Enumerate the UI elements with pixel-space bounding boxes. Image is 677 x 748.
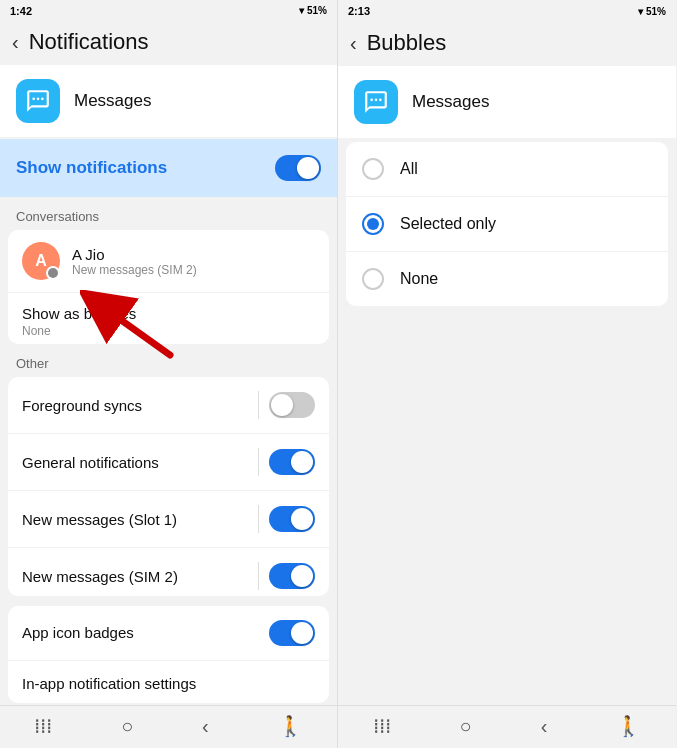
- conversations-card: A A Jio New messages (SIM 2) Show as bub…: [8, 230, 329, 344]
- home-button[interactable]: ○: [121, 715, 133, 738]
- status-battery-right: ▾ 51%: [638, 6, 666, 17]
- show-notifications-toggle[interactable]: [275, 155, 321, 181]
- accessibility-button-right[interactable]: 🚶: [616, 714, 641, 738]
- page-title-left: Notifications: [29, 29, 149, 55]
- status-time-left: 1:42: [10, 5, 32, 17]
- svg-point-0: [32, 98, 35, 101]
- app-icon-badges-toggle[interactable]: [269, 620, 315, 646]
- foreground-syncs-toggle-group: [258, 391, 315, 419]
- bubble-option-selected[interactable]: Selected only: [346, 196, 668, 251]
- toggle-knob: [291, 508, 313, 530]
- new-messages-slot1-toggle-group: [258, 505, 315, 533]
- radio-inner-selected: [367, 218, 379, 230]
- show-notifications-row[interactable]: Show notifications: [0, 139, 337, 197]
- foreground-syncs-row[interactable]: Foreground syncs: [8, 377, 329, 433]
- inapp-notifications-row[interactable]: In-app notification settings: [8, 660, 329, 703]
- recent-apps-button-right[interactable]: ⁞⁞⁞: [373, 714, 391, 738]
- other-section-label: Other: [0, 346, 337, 375]
- general-notifications-label: General notifications: [22, 454, 159, 471]
- foreground-syncs-toggle[interactable]: [269, 392, 315, 418]
- back-nav-button[interactable]: ‹: [202, 715, 209, 738]
- bubble-option-none[interactable]: None: [346, 251, 668, 306]
- page-title-right: Bubbles: [367, 30, 447, 56]
- toggle-knob: [291, 565, 313, 587]
- toggle-knob: [271, 394, 293, 416]
- new-messages-sim2-toggle[interactable]: [269, 563, 315, 589]
- radio-all[interactable]: [362, 158, 384, 180]
- back-nav-button-right[interactable]: ‹: [541, 715, 548, 738]
- nav-bar-left: ‹ Notifications: [0, 21, 337, 65]
- foreground-syncs-label: Foreground syncs: [22, 397, 142, 414]
- messages-icon-right: [363, 89, 389, 115]
- app-name-left: Messages: [74, 91, 151, 111]
- status-bar-left: 1:42 ▾ 51%: [0, 0, 337, 21]
- messages-app-icon-right: [354, 80, 398, 124]
- show-as-bubbles-label: Show as bubbles: [22, 305, 315, 322]
- new-messages-sim2-label: New messages (SIM 2): [22, 568, 178, 585]
- general-notifications-toggle[interactable]: [269, 449, 315, 475]
- nav-bar-right: ‹ Bubbles: [338, 22, 676, 66]
- back-button-right[interactable]: ‹: [350, 32, 357, 55]
- badges-card: App icon badges In-app notification sett…: [8, 606, 329, 703]
- other-toggles-card: Foreground syncs General notifications N…: [8, 377, 329, 596]
- svg-point-6: [375, 99, 378, 102]
- bubbles-options-card: All Selected only None: [346, 142, 668, 306]
- app-icon-badges-row[interactable]: App icon badges: [8, 606, 329, 660]
- conversation-subtitle: New messages (SIM 2): [72, 263, 197, 277]
- radio-none[interactable]: [362, 268, 384, 290]
- general-notifications-toggle-group: [258, 448, 315, 476]
- toggle-knob: [291, 622, 313, 644]
- bubble-option-all[interactable]: All: [346, 142, 668, 196]
- avatar-badge: [46, 266, 60, 280]
- toggle-divider: [258, 391, 259, 419]
- back-button-left[interactable]: ‹: [12, 31, 19, 54]
- new-messages-sim2-row[interactable]: New messages (SIM 2): [8, 547, 329, 596]
- avatar: A: [22, 242, 60, 280]
- status-time-right: 2:13: [348, 5, 370, 17]
- svg-point-7: [379, 99, 382, 102]
- show-as-bubbles-sub: None: [22, 324, 315, 338]
- app-name-right: Messages: [412, 92, 489, 112]
- recent-apps-button[interactable]: ⁞⁞⁞: [34, 714, 52, 738]
- app-header-right: Messages: [338, 66, 676, 138]
- toggle-knob: [297, 157, 319, 179]
- status-bar-right: 2:13 ▾ 51%: [338, 0, 676, 22]
- status-battery-left: ▾ 51%: [299, 5, 327, 16]
- bubble-option-none-label: None: [400, 270, 438, 288]
- accessibility-button[interactable]: 🚶: [278, 714, 303, 738]
- radio-selected[interactable]: [362, 213, 384, 235]
- show-as-bubbles-row[interactable]: Show as bubbles None: [8, 292, 329, 344]
- bubble-option-all-label: All: [400, 160, 418, 178]
- right-panel: 2:13 ▾ 51% ‹ Bubbles Messages All: [338, 0, 676, 748]
- conversation-name: A Jio: [72, 246, 197, 263]
- toggle-divider: [258, 448, 259, 476]
- wifi-icon: ▾: [299, 5, 304, 16]
- app-header-left: Messages: [0, 65, 337, 137]
- toggle-divider: [258, 505, 259, 533]
- messages-icon: [25, 88, 51, 114]
- new-messages-sim2-toggle-group: [258, 562, 315, 590]
- show-notifications-label: Show notifications: [16, 158, 167, 178]
- app-icon-badges-label: App icon badges: [22, 624, 134, 641]
- new-messages-slot1-toggle[interactable]: [269, 506, 315, 532]
- left-panel: 1:42 ▾ 51% ‹ Notifications Messages Show…: [0, 0, 338, 748]
- new-messages-slot1-label: New messages (Slot 1): [22, 511, 177, 528]
- messages-app-icon: [16, 79, 60, 123]
- bubble-option-selected-label: Selected only: [400, 215, 496, 233]
- svg-point-1: [37, 98, 40, 101]
- toggle-knob: [291, 451, 313, 473]
- svg-point-2: [41, 98, 44, 101]
- bottom-nav-left: ⁞⁞⁞ ○ ‹ 🚶: [0, 705, 337, 748]
- conversation-info: A Jio New messages (SIM 2): [72, 246, 197, 277]
- svg-point-5: [370, 99, 373, 102]
- toggle-divider: [258, 562, 259, 590]
- conversations-section-label: Conversations: [0, 199, 337, 228]
- new-messages-slot1-row[interactable]: New messages (Slot 1): [8, 490, 329, 547]
- wifi-icon-right: ▾: [638, 6, 643, 17]
- home-button-right[interactable]: ○: [460, 715, 472, 738]
- general-notifications-row[interactable]: General notifications: [8, 433, 329, 490]
- inapp-notifications-label: In-app notification settings: [22, 675, 196, 692]
- conversation-item[interactable]: A A Jio New messages (SIM 2): [8, 230, 329, 292]
- bottom-nav-right: ⁞⁞⁞ ○ ‹ 🚶: [338, 705, 676, 748]
